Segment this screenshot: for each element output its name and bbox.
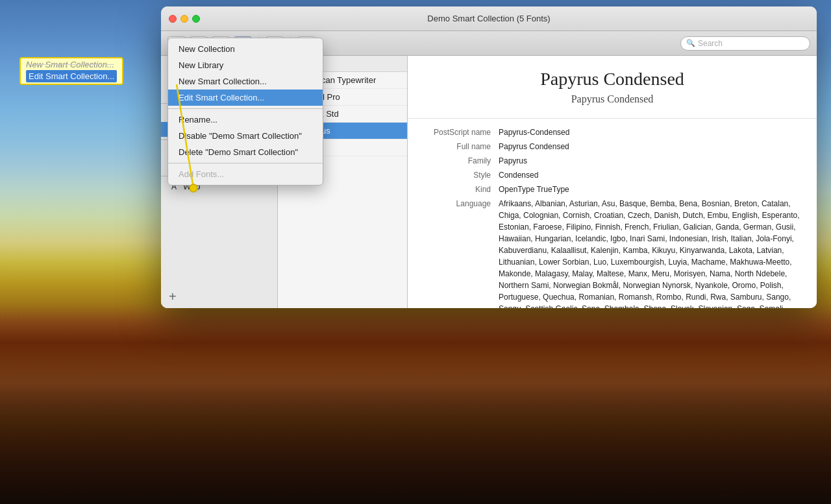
tooltip-new-text: New Smart Collection... bbox=[26, 60, 117, 69]
kind-label: Kind bbox=[421, 184, 499, 195]
search-bar[interactable]: 🔍 Search bbox=[680, 36, 810, 51]
search-placeholder: Search bbox=[698, 39, 723, 48]
menu-item-new-library[interactable]: New Library bbox=[168, 57, 323, 73]
info-row-fullname: Full name Papyrus Condensed bbox=[421, 141, 804, 152]
menu-separator-2 bbox=[168, 163, 323, 163]
style-value: Condensed bbox=[499, 169, 804, 181]
toolbar-right: 🔍 Search bbox=[680, 36, 810, 51]
menu-item-edit-smart-collection[interactable]: Edit Smart Collection... bbox=[168, 90, 323, 106]
menu-separator-1 bbox=[168, 108, 323, 109]
language-label: Language bbox=[421, 198, 499, 308]
menu-item-new-smart-collection[interactable]: New Smart Collection... bbox=[168, 73, 323, 90]
search-icon: 🔍 bbox=[686, 39, 695, 47]
info-row-style: Style Condensed bbox=[421, 169, 804, 181]
info-row-kind: Kind OpenType TrueType bbox=[421, 184, 804, 195]
close-button[interactable] bbox=[169, 15, 177, 23]
font-preview: Papyrus Condensed Papyrus Condensed bbox=[408, 56, 817, 119]
info-row-postscript: PostScript name Papyrus-Condensed bbox=[421, 126, 804, 138]
context-menu: New Collection New Library New Smart Col… bbox=[167, 38, 323, 186]
fullname-value: Papyrus Condensed bbox=[499, 141, 804, 152]
postscript-value: Papyrus-Condensed bbox=[499, 126, 804, 138]
menu-item-delete[interactable]: Delete "Demo Smart Collection" bbox=[168, 144, 323, 160]
traffic-lights bbox=[169, 15, 200, 23]
menu-item-disable[interactable]: Disable "Demo Smart Collection" bbox=[168, 128, 323, 144]
sidebar-footer: + bbox=[161, 285, 277, 308]
language-value: Afrikaans, Albanian, Asturian, Asu, Basq… bbox=[499, 198, 804, 308]
info-row-language: Language Afrikaans, Albanian, Asturian, … bbox=[421, 198, 804, 308]
menu-item-rename[interactable]: Rename... bbox=[168, 112, 323, 128]
font-preview-subname: Papyrus Condensed bbox=[421, 93, 804, 105]
minimize-button[interactable] bbox=[180, 15, 188, 23]
kind-value: OpenType TrueType bbox=[499, 184, 804, 195]
maximize-button[interactable] bbox=[192, 15, 200, 23]
font-preview-name: Papyrus Condensed bbox=[421, 69, 804, 90]
tooltip-edit-text: Edit Smart Collection... bbox=[26, 70, 117, 82]
font-detail: Papyrus Condensed Papyrus Condensed Post… bbox=[408, 56, 817, 308]
fullname-label: Full name bbox=[421, 141, 499, 152]
info-row-family: Family Papyrus bbox=[421, 155, 804, 167]
family-value: Papyrus bbox=[499, 155, 804, 167]
tooltip-bubble: New Smart Collection... Edit Smart Colle… bbox=[19, 57, 123, 85]
font-info: PostScript name Papyrus-Condensed Full n… bbox=[408, 119, 817, 308]
sidebar-add-button[interactable]: + bbox=[169, 290, 269, 303]
menu-item-new-collection[interactable]: New Collection bbox=[168, 41, 323, 57]
family-label: Family bbox=[421, 155, 499, 167]
mountain-overlay bbox=[0, 309, 831, 504]
tooltip-box: New Smart Collection... Edit Smart Colle… bbox=[19, 57, 123, 85]
postscript-label: PostScript name bbox=[421, 126, 499, 138]
titlebar: Demo Smart Collection (5 Fonts) bbox=[161, 6, 817, 31]
window-title: Demo Smart Collection (5 Fonts) bbox=[427, 14, 550, 23]
style-label: Style bbox=[421, 169, 499, 181]
menu-item-add-fonts: Add Fonts... bbox=[168, 166, 323, 182]
